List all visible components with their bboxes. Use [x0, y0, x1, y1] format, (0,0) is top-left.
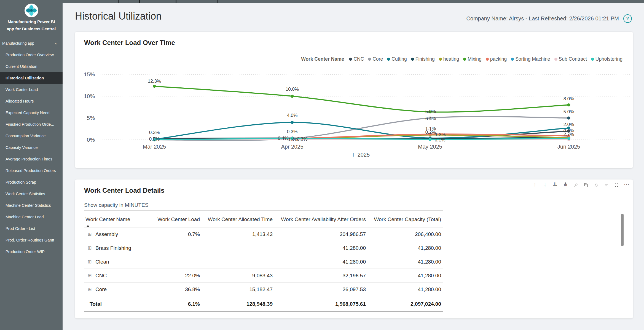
- sidebar-item-work-center-statistics[interactable]: Work Center Statistics: [0, 188, 63, 200]
- sidebar-item-allocated-hours[interactable]: Allocated Hours: [0, 95, 63, 107]
- cell-capacity: 41,280.00: [367, 273, 443, 279]
- expand-all-down-icon[interactable]: ⇊: [552, 181, 558, 188]
- drill-mode-icon[interactable]: ⋔: [562, 181, 568, 188]
- data-label: 10.0%: [286, 87, 299, 92]
- filter-icon[interactable]: [603, 182, 609, 187]
- data-label: 0.3%: [287, 129, 298, 135]
- x-axis-title: F 2025: [353, 152, 370, 158]
- cell-availability: 41,280.00: [274, 245, 367, 251]
- help-icon[interactable]: ?: [623, 14, 632, 23]
- column-header-work-center-capacity-total[interactable]: Work Center Capacity (Total): [367, 216, 443, 222]
- sidebar-item-machine-center-statistics[interactable]: Machine Center Statistics: [0, 200, 63, 211]
- sidebar-item-machine-center-load[interactable]: Machine Center Load: [0, 211, 63, 223]
- data-label: 4.0%: [287, 113, 298, 118]
- alert-icon[interactable]: [593, 182, 599, 187]
- y-axis-tick: 5%: [87, 115, 95, 121]
- data-point-mixing[interactable]: [291, 95, 294, 98]
- sidebar-item-current-utilization[interactable]: Current Utilization: [0, 61, 63, 72]
- data-label: 2.7%: [564, 132, 574, 137]
- data-label: 5.0%: [425, 109, 436, 114]
- table-total-row: Total6.1%128,948.391,968,075.612,097,024…: [84, 296, 443, 312]
- cell-load: 36.8%: [156, 286, 202, 293]
- sort-ascending-icon: [86, 225, 90, 227]
- sidebar-item-production-scrap[interactable]: Production Scrap: [0, 176, 63, 188]
- sidebar-item-prod-order-routings-gantt[interactable]: Prod. Order Routings Gantt: [0, 234, 63, 246]
- expand-row-icon[interactable]: ⊞: [88, 286, 93, 292]
- sidebar-section-label: Manufacturing app: [2, 41, 34, 45]
- sidebar-item-expected-capacity-need[interactable]: Expected Capacity Need: [0, 107, 63, 119]
- table-row-core[interactable]: ⊞Core36.8%15,182.4726,097.5341,280.00: [84, 283, 443, 296]
- sidebar-item-released-production-orders[interactable]: Released Production Orders: [0, 165, 63, 176]
- cell-capacity: 206,400.00: [367, 231, 443, 237]
- sidebar-item-historical-utilization[interactable]: Historical Utilization: [0, 72, 63, 84]
- sidebar-item-work-center-load[interactable]: Work Center Load: [0, 84, 63, 95]
- data-point-mixing[interactable]: [153, 85, 156, 88]
- drill-up-icon[interactable]: ↑: [532, 181, 538, 188]
- copy-icon[interactable]: [583, 182, 589, 187]
- sidebar-item-production-order-wip[interactable]: Production Order WIP: [0, 246, 63, 257]
- table-header-row: Work Center NameWork Center LoadWork Cen…: [84, 212, 443, 227]
- sidebar-item-production-order-overview[interactable]: Production Order Overview: [0, 49, 63, 61]
- sidebar-section-manufacturing-app[interactable]: Manufacturing app ∧: [0, 39, 63, 47]
- data-point-upholstering[interactable]: [429, 138, 432, 141]
- table-row-clean[interactable]: ⊞Clean41,280.0041,280.00: [84, 255, 443, 269]
- table-row-assembly[interactable]: ⊞Assembly0.7%1,413.43204,986.57206,400.0…: [84, 227, 443, 241]
- top-residual-bar: [0, 0, 644, 3]
- pin-icon[interactable]: [573, 182, 579, 187]
- work-center-name: CNC: [95, 273, 107, 279]
- focus-mode-icon[interactable]: [613, 182, 619, 187]
- company-info: Company Name: Airsys - Last Refreshed: 2…: [466, 15, 619, 22]
- sidebar-item-average-production-times[interactable]: Average Production Times: [0, 153, 63, 165]
- data-point-upholstering[interactable]: [567, 137, 570, 140]
- data-label: 0.2%: [425, 130, 436, 135]
- total-availability: 1,968,075.61: [274, 301, 367, 307]
- column-header-work-center-availability-after-orders[interactable]: Work Center Availability After Orders: [274, 216, 367, 222]
- sidebar-item-prod-order-list[interactable]: Prod Order - List: [0, 223, 63, 234]
- data-label: 1.3%: [435, 132, 446, 138]
- cell-load: 0.7%: [156, 231, 202, 237]
- data-point-marker[interactable]: [567, 117, 570, 120]
- chart-plot-area: 0%5%10%15%Mar 2025Apr 2025May 2025Jun 20…: [75, 32, 633, 164]
- work-center-name: Assembly: [95, 231, 118, 237]
- series-line-mixing[interactable]: [154, 86, 569, 112]
- top-bar-tick: [139, 0, 140, 3]
- column-header-work-center-allocated-time[interactable]: Work Center Allocated Time: [202, 216, 274, 222]
- cell-capacity: 41,280.00: [367, 286, 443, 293]
- sidebar: Manufacturing Power BI app for Business …: [0, 0, 63, 330]
- expand-row-icon[interactable]: ⊞: [88, 259, 93, 265]
- data-point-cutting[interactable]: [291, 121, 294, 124]
- data-label: 0.3%: [297, 136, 308, 142]
- column-header-work-center-name[interactable]: Work Center Name: [84, 216, 156, 222]
- cell-load: 22.0%: [156, 273, 202, 279]
- sidebar-item-consumption-variance[interactable]: Consumption Variance: [0, 130, 63, 142]
- cell-allocated: 15,182.47: [202, 286, 274, 293]
- expand-row-icon[interactable]: ⊞: [88, 245, 93, 251]
- data-label: 0.4%: [278, 136, 289, 141]
- show-capacity-link[interactable]: Show capacity in MINUTES: [84, 202, 148, 208]
- total-name: Total: [84, 301, 156, 307]
- table-row-cnc[interactable]: ⊞CNC22.0%9,083.4332,196.5741,280.00: [84, 269, 443, 283]
- drill-down-icon[interactable]: ↓: [542, 181, 548, 188]
- total-capacity: 2,097,024.00: [367, 301, 443, 307]
- app-title: Manufacturing Power BI app for Business …: [0, 18, 63, 33]
- table-row-brass-finishing[interactable]: ⊞Brass Finishing41,280.0041,280.00: [84, 241, 443, 255]
- top-bar-tick: [118, 0, 119, 3]
- table-scrollbar[interactable]: [621, 214, 624, 246]
- top-bar-tick: [176, 0, 176, 3]
- work-center-name: Core: [95, 286, 107, 293]
- y-axis-tick: 15%: [84, 71, 95, 77]
- total-allocated: 128,948.39: [202, 301, 274, 307]
- sidebar-item-capacity-variance[interactable]: Capacity Variance: [0, 142, 63, 153]
- chart-visual-card: Work Center Load Over Time Work Center N…: [75, 32, 633, 168]
- data-label: 8.0%: [564, 96, 574, 102]
- expand-row-icon[interactable]: ⊞: [88, 231, 93, 237]
- more-options-icon[interactable]: ⋯: [624, 181, 630, 188]
- cell-capacity: 41,280.00: [367, 245, 443, 251]
- sidebar-item-finished-production-orde[interactable]: Finished Production Orde...: [0, 119, 63, 130]
- column-header-work-center-load[interactable]: Work Center Load: [156, 216, 202, 222]
- data-label: 0.0%: [149, 136, 160, 142]
- data-label: 2.0%: [564, 122, 574, 127]
- visual-header-toolbar: ↑↓⇊⋔⋯: [532, 181, 630, 188]
- expand-row-icon[interactable]: ⊞: [88, 273, 93, 278]
- data-point-mixing[interactable]: [567, 103, 570, 106]
